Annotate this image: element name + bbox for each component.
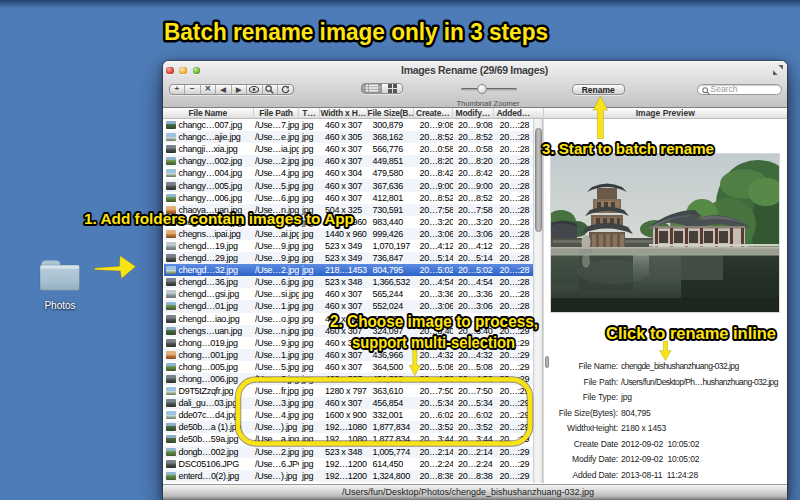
svg-text:Batch rename image only in 3 s: Batch rename image only in 3 steps xyxy=(164,19,548,45)
